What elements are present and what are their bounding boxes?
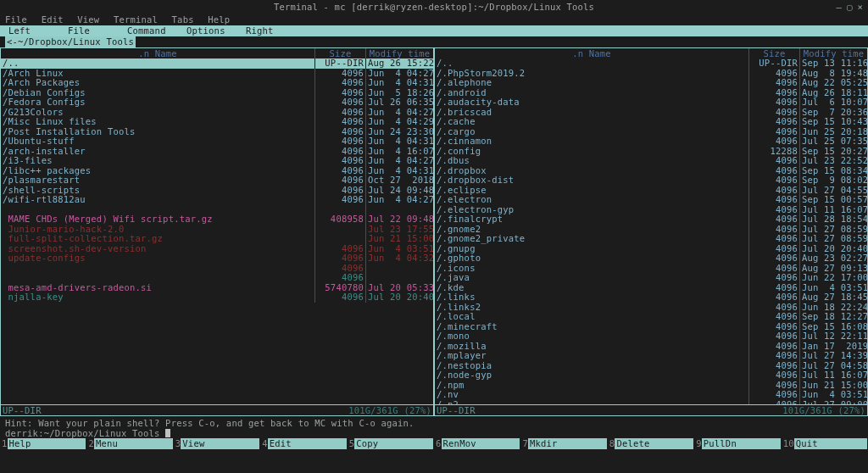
file-size: 4096 (748, 175, 799, 186)
file-time: Sep 13 11:16 (799, 58, 867, 69)
minimize-icon[interactable]: — (836, 0, 842, 14)
menu-file[interactable]: File (5, 14, 27, 25)
list-item[interactable]: /.electron4096Sep 15 00:57 (435, 195, 867, 205)
list-item[interactable]: /..UP--DIRSep 13 11:16 (435, 58, 867, 69)
fkey-label: PullDn (702, 438, 781, 449)
list-item[interactable]: /.mplayer4096Jul 27 14:39 (435, 351, 867, 361)
list-item[interactable]: full-split-collection.tar.gzJun 21 15:00 (1, 234, 433, 244)
file-name: /.cargo (435, 127, 748, 137)
file-time: Jun 4 04:27 (365, 195, 433, 205)
list-item[interactable]: /.mono4096Jul 12 22:11 (435, 331, 867, 342)
file-size: 4096 (314, 175, 365, 186)
right-rows[interactable]: /..UP--DIRSep 13 11:16/.PhpStorm2019.240… (435, 58, 867, 404)
file-size: UP--DIR (314, 58, 365, 69)
list-item[interactable]: /.local4096Sep 18 12:27 (435, 312, 867, 322)
list-item[interactable]: /Ubuntu-stuff4096Jun 4 04:31 (1, 136, 433, 147)
list-item[interactable]: /.cinnamon4096Jul 25 07:35 (435, 136, 867, 147)
file-size: 4096 (748, 195, 799, 205)
file-time: Jun 4 04:32 (365, 253, 433, 264)
col-name[interactable]: .n Name (435, 48, 748, 58)
fkey-renmov[interactable]: 6RenMov (434, 438, 520, 449)
file-name: /Ubuntu-stuff (1, 136, 314, 147)
window-titlebar: Terminal - mc [derrik@ryzen-desktop]:~/D… (0, 0, 868, 14)
mc-menu-left[interactable]: Left (8, 25, 68, 36)
menu-view[interactable]: View (77, 14, 99, 25)
list-item[interactable]: /..UP--DIRAug 26 15:22 (1, 58, 433, 69)
file-size: 4096 (748, 117, 799, 127)
list-item[interactable]: /Fedora Configs4096Jul 26 06:35 (1, 97, 433, 108)
fkey-pulldn[interactable]: 9PullDn (694, 438, 781, 449)
col-size[interactable]: Size (314, 48, 365, 58)
list-item[interactable]: /.java4096Jun 22 17:00 (435, 273, 867, 283)
prompt-line[interactable]: derrik:~/Dropbox/Linux Tools (0, 428, 868, 438)
menu-edit[interactable]: Edit (42, 14, 64, 25)
col-size[interactable]: Size (748, 48, 799, 58)
fkey-mkdir[interactable]: 7Mkdir (520, 438, 607, 449)
col-time[interactable]: Modify time (799, 48, 867, 58)
list-item[interactable]: /wifi-rtl8812au4096Jun 4 04:27 (1, 195, 433, 205)
maximize-icon[interactable]: ▢ (847, 0, 853, 14)
prompt-text: derrik:~/Dropbox/Linux Tools (5, 428, 165, 438)
left-panel-footer: UP--DIR 101G/361G (27%) (1, 404, 433, 415)
list-item[interactable]: update-configs4096Jun 4 04:32 (1, 253, 433, 264)
list-item[interactable]: /i3-files4096Jun 4 04:27 (1, 156, 433, 166)
fkey-menu[interactable]: 2Menu (86, 438, 173, 449)
list-item[interactable]: /.dbus4096Jul 23 22:52 (435, 156, 867, 166)
col-time[interactable]: Modify time (365, 48, 433, 58)
left-footer-left: UP--DIR (3, 405, 348, 415)
list-item[interactable]: /.nv4096Jun 4 03:51 (435, 390, 867, 400)
file-size: 4096 (314, 195, 365, 205)
left-rows[interactable]: /..UP--DIRAug 26 15:22/Arch Linux4096Jun… (1, 58, 433, 404)
file-name: mesa-amd-drivers-radeon.si (1, 283, 314, 293)
file-time: Jun 4 04:27 (365, 156, 433, 166)
file-size: 4096 (748, 273, 799, 283)
file-time: Aug 26 15:22 (365, 58, 433, 69)
mc-menu-command[interactable]: Command (127, 25, 186, 36)
list-item[interactable]: /.dropbox-dist4096Sep 9 08:02 (435, 175, 867, 186)
file-size: 4096 (748, 331, 799, 342)
fkey-copy[interactable]: 5Copy (348, 438, 434, 449)
file-time: Jul 12 22:11 (799, 331, 867, 342)
list-item[interactable]: /.node-gyp4096Jul 11 16:07 (435, 370, 867, 381)
file-name: /.PhpStorm2019.2 (435, 69, 748, 79)
mc-menu-file[interactable]: File (68, 25, 127, 36)
list-item[interactable]: /.gnome2_private4096Jul 27 08:59 (435, 234, 867, 244)
file-name: /.java (435, 273, 748, 283)
file-name: /Arch Packages (1, 78, 314, 88)
fkey-quit[interactable]: 10Quit (782, 438, 868, 449)
fkey-view[interactable]: 3View (174, 438, 260, 449)
menu-help[interactable]: Help (208, 14, 230, 25)
list-item[interactable]: 4096 (1, 273, 433, 283)
list-item[interactable]: /Arch Packages4096Jun 4 04:31 (1, 78, 433, 88)
file-time: Jun 4 03:51 (799, 390, 867, 400)
list-item[interactable]: /.links4096Aug 27 18:45 (435, 292, 867, 303)
fkey-delete[interactable]: 8Delete (608, 438, 694, 449)
file-name: /.android (435, 88, 748, 98)
list-item[interactable]: njalla-key4096Jul 20 20:40 (1, 292, 433, 303)
file-size: 4096 (314, 156, 365, 166)
mc-menu-options[interactable]: Options (186, 25, 246, 36)
list-item[interactable]: /.cache4096Sep 15 10:43 (435, 117, 867, 127)
menu-tabs[interactable]: Tabs (172, 14, 194, 25)
file-name: /.node-gyp (435, 370, 748, 381)
file-time: Jun 4 04:31 (365, 136, 433, 147)
file-name: /.gnome2 (435, 225, 748, 235)
file-time: Jul 6 10:07 (799, 97, 867, 108)
list-item[interactable]: /.gphoto4096Aug 23 02:27 (435, 253, 867, 264)
file-size: 4096 (748, 390, 799, 400)
fkey-help[interactable]: 1Help (0, 438, 86, 449)
menu-terminal[interactable]: Terminal (114, 14, 158, 25)
list-item[interactable]: /Misc Linux files4096Jun 4 04:29 (1, 117, 433, 127)
close-icon[interactable]: × (857, 0, 863, 14)
list-item[interactable]: /plasmarestart4096Oct 27 2018 (1, 175, 433, 186)
list-item[interactable]: /.alephone4096Aug 22 05:25 (435, 78, 867, 88)
left-panel-path[interactable]: <-~/Dropbox/Linux Tools (5, 36, 136, 47)
list-item[interactable]: /.audacity-data4096Jul 6 10:07 (435, 97, 867, 108)
col-name[interactable]: .n Name (1, 48, 314, 58)
fkey-num: 7 (520, 438, 528, 449)
list-item[interactable]: /.finalcrypt4096Jul 28 18:54 (435, 214, 867, 225)
mc-menu-right[interactable]: Right (246, 25, 305, 36)
fkey-edit[interactable]: 4Edit (260, 438, 347, 449)
list-item[interactable]: MAME CHDs (Merged) Wifi script.tar.gz408… (1, 214, 433, 225)
file-size: 4096 (748, 253, 799, 264)
